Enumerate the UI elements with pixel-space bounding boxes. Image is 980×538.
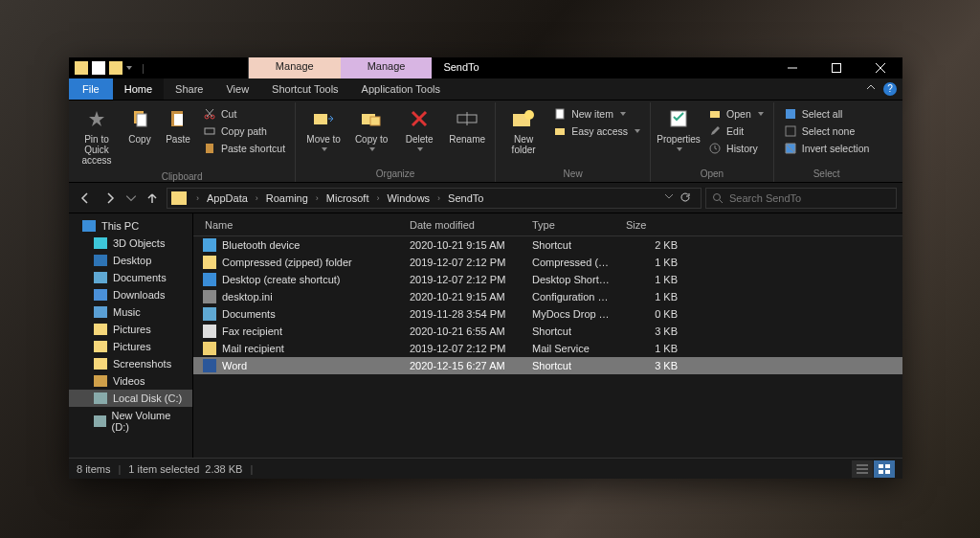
new-folder-button[interactable]: New folder bbox=[501, 104, 546, 157]
sidebar-item[interactable]: Pictures bbox=[69, 338, 192, 355]
file-row[interactable]: Documents2019-11-28 3:54 PMMyDocs Drop T… bbox=[193, 305, 902, 323]
sidebar-label: Desktop bbox=[113, 255, 151, 266]
file-row[interactable]: Compressed (zipped) folder2019-12-07 2:1… bbox=[193, 254, 902, 271]
sidebar-item[interactable]: Pictures bbox=[69, 321, 192, 338]
copy-to-button[interactable]: Copy to bbox=[349, 104, 393, 153]
collapse-ribbon-icon[interactable] bbox=[860, 78, 881, 100]
sidebar-icon bbox=[82, 220, 96, 232]
sidebar-item[interactable]: 3D Objects bbox=[69, 235, 192, 252]
file-date: 2020-12-15 6:27 AM bbox=[402, 360, 524, 371]
rename-button[interactable]: Rename bbox=[445, 104, 489, 146]
file-icon bbox=[203, 359, 216, 372]
column-size[interactable]: Size bbox=[618, 219, 685, 231]
maximize-button[interactable] bbox=[814, 57, 858, 78]
sidebar-item[interactable]: Downloads bbox=[69, 286, 192, 303]
svg-rect-36 bbox=[885, 464, 890, 468]
breadcrumb-item[interactable]: SendTo bbox=[446, 191, 485, 206]
minimize-button[interactable] bbox=[770, 57, 814, 78]
file-icon bbox=[203, 256, 216, 269]
back-button[interactable] bbox=[75, 188, 96, 209]
file-row[interactable]: Mail recipient2019-12-07 2:12 PMMail Ser… bbox=[193, 340, 902, 357]
cut-button[interactable]: Cut bbox=[201, 106, 287, 122]
qat-dropdown-icon[interactable] bbox=[126, 66, 132, 70]
open-button[interactable]: Open bbox=[706, 106, 766, 122]
sidebar-icon bbox=[94, 358, 107, 370]
invert-selection-button[interactable]: Invert selection bbox=[782, 141, 872, 156]
file-menu[interactable]: File bbox=[69, 78, 113, 100]
refresh-icon[interactable] bbox=[679, 191, 691, 205]
sidebar-item[interactable]: Local Disk (C:) bbox=[69, 390, 192, 407]
file-date: 2020-10-21 9:15 AM bbox=[402, 239, 524, 251]
search-icon bbox=[712, 192, 724, 204]
column-date[interactable]: Date modified bbox=[402, 219, 524, 231]
home-tab[interactable]: Home bbox=[113, 78, 164, 100]
sidebar-item[interactable]: Screenshots bbox=[69, 355, 192, 372]
breadcrumb-item[interactable]: AppData bbox=[205, 191, 250, 206]
paste-button[interactable]: Paste bbox=[161, 104, 195, 146]
file-row[interactable]: Desktop (create shortcut)2019-12-07 2:12… bbox=[193, 271, 902, 288]
pin-quick-access-button[interactable]: Pin to Quick access bbox=[75, 104, 119, 168]
file-rows: Bluetooth device2020-10-21 9:15 AMShortc… bbox=[193, 236, 902, 458]
status-item-count: 8 items bbox=[77, 463, 110, 475]
file-row[interactable]: Word2020-12-15 6:27 AMShortcut3 KB bbox=[193, 357, 902, 374]
chevron-down-icon[interactable] bbox=[664, 191, 674, 205]
file-icon bbox=[203, 290, 216, 303]
file-size: 1 KB bbox=[618, 291, 685, 303]
breadcrumb-item[interactable]: Roaming bbox=[264, 191, 310, 206]
paste-shortcut-button[interactable]: Paste shortcut bbox=[201, 141, 287, 156]
edit-button[interactable]: Edit bbox=[706, 123, 766, 139]
sidebar-item[interactable]: New Volume (D:) bbox=[69, 407, 192, 436]
manage-tab-application[interactable]: Manage bbox=[341, 57, 433, 78]
properties-button[interactable]: Properties bbox=[657, 104, 701, 153]
file-icon bbox=[203, 342, 216, 355]
file-row[interactable]: Bluetooth device2020-10-21 9:15 AMShortc… bbox=[193, 236, 902, 254]
column-name[interactable]: Name bbox=[193, 219, 402, 231]
close-button[interactable] bbox=[858, 57, 902, 78]
file-icon bbox=[203, 325, 216, 338]
sidebar-label: Documents bbox=[113, 272, 167, 283]
file-row[interactable]: Fax recipient2020-10-21 6:55 AMShortcut3… bbox=[193, 323, 902, 340]
sidebar-item[interactable]: Videos bbox=[69, 372, 192, 390]
sidebar-item[interactable]: Desktop bbox=[69, 252, 192, 269]
organize-group-label: Organize bbox=[296, 167, 495, 182]
sidebar-item[interactable]: Documents bbox=[69, 269, 192, 286]
move-to-button[interactable]: Move to bbox=[301, 104, 345, 153]
easy-access-button[interactable]: Easy access bbox=[551, 123, 642, 139]
shortcut-tools-tab[interactable]: Shortcut Tools bbox=[260, 78, 350, 100]
delete-button[interactable]: Delete bbox=[397, 104, 441, 153]
svg-rect-16 bbox=[370, 117, 380, 125]
share-tab[interactable]: Share bbox=[164, 78, 214, 100]
navigation-pane[interactable]: This PC3D ObjectsDesktopDocumentsDownloa… bbox=[69, 213, 193, 458]
sidebar-item[interactable]: Music bbox=[69, 303, 192, 321]
select-group-label: Select bbox=[774, 167, 880, 182]
history-button[interactable]: History bbox=[706, 141, 766, 156]
copy-path-button[interactable]: Copy path bbox=[201, 123, 287, 139]
sidebar-item[interactable]: This PC bbox=[69, 217, 192, 235]
select-none-button[interactable]: Select none bbox=[782, 123, 872, 139]
up-button[interactable] bbox=[142, 188, 163, 209]
file-name: Documents bbox=[222, 308, 276, 320]
file-name: Fax recipient bbox=[222, 325, 282, 337]
file-date: 2020-10-21 9:15 AM bbox=[402, 291, 524, 303]
new-item-button[interactable]: New item bbox=[551, 106, 642, 122]
svg-rect-14 bbox=[314, 114, 327, 124]
svg-rect-28 bbox=[786, 109, 795, 119]
copy-button[interactable]: Copy bbox=[122, 104, 157, 146]
view-tab[interactable]: View bbox=[214, 78, 260, 100]
breadcrumb-item[interactable]: Windows bbox=[385, 191, 432, 206]
manage-tab-shortcut[interactable]: Manage bbox=[248, 57, 341, 78]
forward-button[interactable] bbox=[100, 188, 121, 209]
breadcrumb-item[interactable]: Microsoft bbox=[324, 191, 371, 206]
application-tools-tab[interactable]: Application Tools bbox=[350, 78, 452, 100]
search-box[interactable]: Search SendTo bbox=[705, 188, 897, 209]
column-type[interactable]: Type bbox=[524, 219, 618, 231]
help-icon[interactable]: ? bbox=[883, 82, 897, 96]
select-all-button[interactable]: Select all bbox=[782, 106, 872, 122]
file-size: 0 KB bbox=[618, 308, 685, 320]
address-bar[interactable]: › AppData› Roaming› Microsoft› Windows› … bbox=[167, 188, 702, 209]
thumbnails-view-toggle[interactable] bbox=[874, 460, 895, 478]
clipboard-group: Pin to Quick access Copy Paste Cut Copy … bbox=[69, 102, 296, 182]
details-view-toggle[interactable] bbox=[852, 460, 873, 478]
history-dropdown-icon[interactable] bbox=[124, 188, 138, 209]
file-row[interactable]: desktop.ini2020-10-21 9:15 AMConfigurati… bbox=[193, 288, 902, 305]
